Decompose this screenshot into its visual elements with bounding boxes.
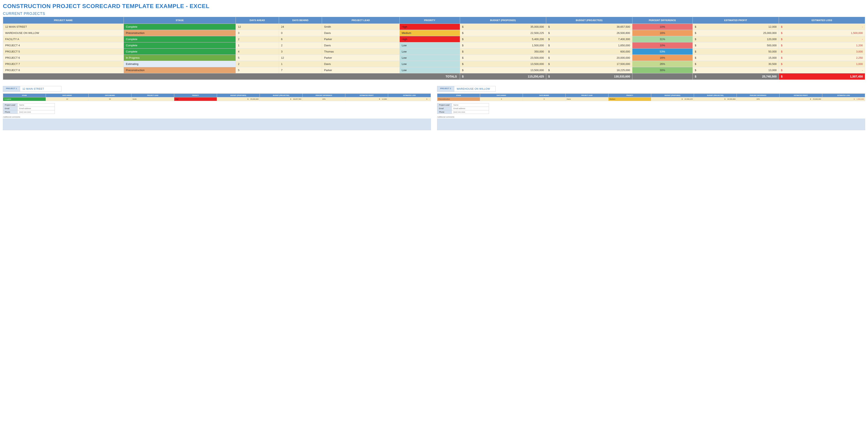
mh-profit: ESTIMATED PROFIT — [779, 94, 822, 97]
pct-diff: 31% — [632, 36, 692, 42]
money-cell: $120,000 — [692, 36, 779, 42]
money-cell: $130,533,600 — [546, 73, 632, 80]
totals-row: TOTALS$115,250,425$130,533,600$25,740,50… — [3, 73, 865, 80]
card-header: PROJECT 1 12 MAIN STREET — [3, 86, 431, 92]
col-lead: PROJECT LEAD — [322, 17, 400, 24]
days-ahead: 2 — [236, 36, 279, 42]
days-behind: 24 — [279, 24, 322, 30]
contact-lead-value[interactable]: Name — [18, 103, 55, 107]
money-cell: $13,000 — [692, 67, 779, 73]
col-stage: STAGE — [124, 17, 236, 24]
money-cell: $13,500,000 — [460, 67, 546, 73]
mini-pct: 10% — [303, 97, 345, 101]
money-cell: $12,000 — [692, 24, 779, 30]
mini-lead: Davis — [566, 97, 609, 101]
mh-lead: PROJECT LEAD — [566, 94, 609, 97]
project-card: PROJECT 2 WAREHOUSE ON WILLOW STAGE DAYS… — [437, 86, 865, 130]
mh-loss: ESTIMATED LOSS — [822, 94, 865, 97]
contact-table: Project LeadName EmailEmail address Phon… — [3, 103, 55, 114]
mh-days-ahead: DAYS AHEAD — [480, 94, 523, 97]
contact-email-value[interactable]: Email address — [452, 107, 489, 111]
priority-cell: Low — [400, 61, 460, 67]
priority-cell: High — [400, 24, 460, 30]
project-lead: Parker — [322, 67, 400, 73]
mh-days-behind: DAYS BEHIND — [523, 94, 566, 97]
project-lead: Davis — [322, 61, 400, 67]
contact-email-value[interactable]: Email address — [18, 107, 55, 111]
contact-phone-value[interactable]: (xxx) xxx-xxxx — [18, 111, 55, 114]
stage-cell: Complete — [124, 42, 236, 49]
money-cell: $115,250,425 — [460, 73, 546, 80]
mini-pct: 16% — [737, 97, 779, 101]
table-row: PROJECT 6In Progress512ParkerLow$23,500,… — [3, 55, 865, 61]
project-name: FACILITY A — [3, 36, 124, 42]
comments-label: Additional comments — [3, 116, 431, 118]
contact-phone-label: Phone — [3, 111, 18, 114]
money-cell: $- — [779, 24, 865, 30]
money-cell: $35,000,000 — [460, 24, 546, 30]
card-tag: PROJECT 2 — [437, 86, 454, 92]
priority-cell: Medium — [400, 30, 460, 36]
money-cell: $- — [779, 36, 865, 42]
money-cell: $18,225,000 — [546, 67, 632, 73]
mini-budget-prop: $ 22,500,225 — [651, 97, 694, 101]
contact-lead-value[interactable]: Name — [452, 103, 489, 107]
money-cell: $25,740,500 — [692, 73, 779, 80]
mini-row: Complete 12 24 Smith High $ 35,000,000 $… — [3, 97, 431, 101]
col-budget-projected: BUDGET (PROJECTED) — [546, 17, 632, 24]
project-name: PROJECT 4 — [3, 42, 124, 49]
priority-cell: Low — [400, 55, 460, 61]
project-name: PROJECT 6 — [3, 55, 124, 61]
mini-budget-proj: $ 38,657,500 — [260, 97, 303, 101]
col-budget-proposed: BUDGET (PROPOSED) — [460, 17, 546, 24]
table-row: WAREHOUSE ON WILLOWPreconstruction30Davi… — [3, 30, 865, 36]
days-ahead: 3 — [236, 30, 279, 36]
days-ahead: 12 — [236, 24, 279, 30]
priority-cell: High — [400, 36, 460, 42]
page-title: CONSTRUCTION PROJECT SCORECARD TEMPLATE … — [3, 3, 865, 9]
projects-table: PROJECT NAME STAGE DAYS AHEAD DAYS BEHIN… — [3, 17, 865, 80]
days-behind: 2 — [279, 42, 322, 49]
money-cell: $30,500 — [692, 61, 779, 67]
days-behind: 12 — [279, 55, 322, 61]
money-cell: $15,000 — [692, 55, 779, 61]
money-cell: $17,500,000 — [546, 61, 632, 67]
mini-priority: High — [174, 97, 217, 101]
mh-days-behind: DAYS BEHIND — [89, 94, 131, 97]
money-cell: $7,400,300 — [546, 36, 632, 42]
money-cell: $50,000 — [692, 49, 779, 55]
col-days-ahead: DAYS AHEAD — [236, 17, 279, 24]
col-pct-diff: PERCENT DIFFERENCE — [632, 17, 692, 24]
money-cell: $25,000,000 — [692, 30, 779, 36]
money-cell: $1,000 — [779, 61, 865, 67]
mini-budget-prop: $ 35,000,000 — [217, 97, 260, 101]
pct-diff: 30% — [632, 67, 692, 73]
priority-cell: Low — [400, 67, 460, 73]
col-name: PROJECT NAME — [3, 17, 124, 24]
col-loss: ESTIMATED LOSS — [779, 17, 865, 24]
days-behind: 3 — [279, 49, 322, 55]
table-header: PROJECT NAME STAGE DAYS AHEAD DAYS BEHIN… — [3, 17, 865, 24]
comments-box[interactable] — [3, 119, 431, 130]
mini-loss: $ 1,500,000 — [822, 97, 865, 101]
contact-email-label: Email — [437, 107, 452, 111]
col-days-behind: DAYS BEHIND — [279, 17, 322, 24]
project-lead: Smith — [322, 24, 400, 30]
mini-stage: Preconstruction — [437, 97, 480, 101]
table-row: PROJECT 4Complete12DavisLow$1,500,000$1,… — [3, 42, 865, 49]
mini-priority: Medium — [609, 97, 651, 101]
mini-budget-proj: $ 26,500,800 — [694, 97, 737, 101]
contact-phone-value[interactable]: (xxx) xxx-xxxx — [452, 111, 489, 114]
contact-lead-label: Project Lead — [3, 103, 18, 107]
mini-profit: $ 25,000,000 — [779, 97, 822, 101]
mh-pct: PERCENT DIFFERENCE — [737, 94, 779, 97]
money-cell: $350,000 — [460, 49, 546, 55]
project-name: 12 MAIN STREET — [3, 24, 124, 30]
pct-diff: 16% — [632, 30, 692, 36]
card-mini-table: STAGE DAYS AHEAD DAYS BEHIND PROJECT LEA… — [437, 93, 865, 101]
days-ahead: 1 — [236, 42, 279, 49]
section-title: CURRENT PROJECTS — [3, 11, 865, 16]
money-cell: $- — [779, 67, 865, 73]
comments-box[interactable] — [437, 119, 865, 130]
days-ahead: 5 — [236, 67, 279, 73]
